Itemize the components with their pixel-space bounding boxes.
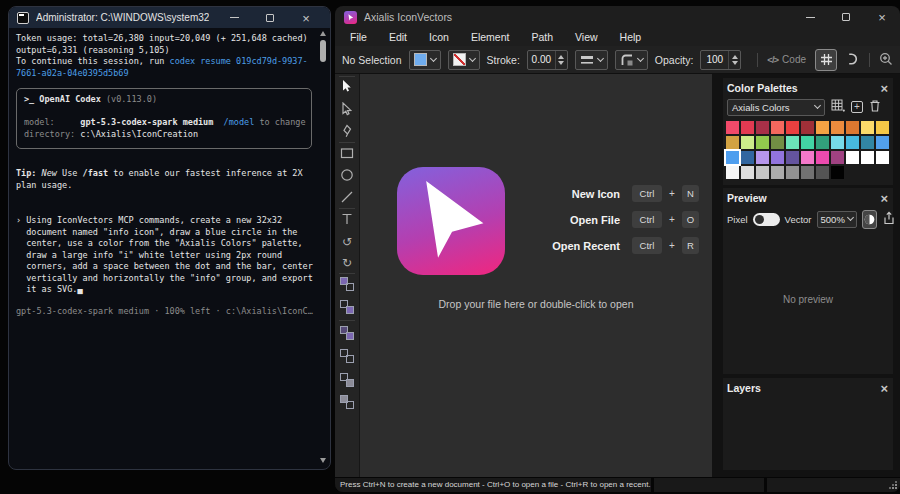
menu-item[interactable]: View [564,31,609,43]
canvas-area[interactable]: New Icon Ctrl + N Open File Ctrl + O Ope… [360,74,712,477]
palette-swatch[interactable] [741,121,754,134]
scroll-down-icon[interactable] [320,458,326,463]
line-style-dropdown[interactable] [575,50,608,70]
minimize-button[interactable] [216,7,252,28]
palette-swatch[interactable] [771,136,784,149]
maximize-button[interactable] [828,7,864,28]
close-button[interactable] [864,7,900,28]
menu-item[interactable]: Path [520,31,564,43]
palette-swatch[interactable] [876,151,889,164]
palette-swatch[interactable] [741,151,754,164]
palette-swatch[interactable] [831,136,844,149]
palette-view-button[interactable] [831,98,845,116]
palette-swatch[interactable] [846,121,859,134]
palette-swatch[interactable] [771,121,784,134]
palette-swatch[interactable] [801,136,814,149]
menu-item[interactable]: Edit [378,31,418,43]
palette-swatch[interactable] [831,121,844,134]
stroke-width-spinner[interactable]: 0.00 [527,50,568,70]
tool-path-subtract[interactable] [340,300,354,314]
palette-swatch[interactable] [756,136,769,149]
palette-swatch[interactable] [846,136,859,149]
tool-pen[interactable] [340,124,354,138]
close-button[interactable] [288,7,324,28]
zoom-in-button[interactable] [879,52,893,68]
close-icon[interactable] [880,192,888,205]
palette-swatch[interactable] [771,151,784,164]
palette-swatch[interactable] [786,121,799,134]
tool-redo[interactable] [342,253,352,271]
add-palette-icon[interactable] [851,101,863,113]
palette-swatch[interactable] [861,121,874,134]
palette-swatch[interactable] [801,166,814,179]
palette-swatch[interactable] [741,166,754,179]
scrollbar-thumb[interactable] [320,40,326,62]
tool-direct-select[interactable] [340,102,354,116]
tool-undo[interactable] [342,232,352,250]
menu-item[interactable]: Icon [418,31,460,43]
tool-send-backward[interactable] [340,395,354,409]
terminal-scrollbar[interactable] [319,31,327,463]
delete-palette-button[interactable] [869,98,881,116]
palette-swatch[interactable] [741,136,754,149]
palette-swatch[interactable] [756,151,769,164]
palette-swatch[interactable] [816,166,829,179]
menu-item[interactable]: File [339,31,378,43]
palette-select[interactable]: Axialis Colors [727,99,825,116]
close-icon[interactable] [880,82,888,95]
arrow-up-icon[interactable] [732,55,738,59]
palette-swatch[interactable] [726,136,739,149]
tool-bring-forward[interactable] [340,373,354,387]
terminal-body[interactable]: Token usage: total=26,380 input=20,049 (… [9,28,330,469]
palette-swatch[interactable] [831,166,844,179]
palette-swatch[interactable] [726,166,739,179]
palette-swatch[interactable] [786,151,799,164]
close-icon[interactable] [880,382,888,395]
palette-swatch[interactable] [726,121,739,134]
palette-swatch[interactable] [846,151,859,164]
iconvectors-titlebar[interactable]: Axialis IconVectors [335,6,900,28]
palette-swatch[interactable] [786,166,799,179]
tool-rectangle[interactable] [340,146,354,160]
tool-line[interactable] [340,190,354,204]
tool-path-exclude[interactable] [340,349,354,363]
spinner-arrows[interactable] [728,51,740,69]
corner-style-dropdown[interactable] [615,50,648,70]
arrow-down-icon[interactable] [732,61,738,65]
fill-color-dropdown[interactable] [409,50,441,70]
opacity-value[interactable]: 100 [701,51,728,69]
grid-toggle-button[interactable] [815,49,837,71]
scroll-up-icon[interactable] [320,31,326,36]
maximize-button[interactable] [252,7,288,28]
opacity-spinner[interactable]: 100 [700,50,741,70]
minimize-button[interactable] [792,7,828,28]
terminal-titlebar[interactable]: Administrator: C:\WINDOWS\system32\cmd.e… [9,7,330,28]
palette-swatch[interactable] [816,151,829,164]
snap-button[interactable] [846,52,860,68]
palette-swatch[interactable] [801,151,814,164]
menu-item[interactable]: Element [460,31,521,43]
pixel-vector-toggle[interactable] [753,213,780,226]
palette-swatch[interactable] [756,121,769,134]
palette-swatch[interactable] [861,151,874,164]
stroke-color-dropdown[interactable] [448,50,480,70]
palette-swatch[interactable] [876,136,889,149]
palette-swatch[interactable] [816,136,829,149]
palette-swatch[interactable] [786,136,799,149]
code-view-button[interactable]: </> Code [767,54,806,65]
export-preview-button[interactable] [882,211,896,227]
palette-swatch[interactable] [771,166,784,179]
palette-swatch[interactable] [876,121,889,134]
tool-select[interactable] [340,79,354,93]
arrow-down-icon[interactable] [558,61,564,65]
arrow-up-icon[interactable] [558,55,564,59]
preview-zoom-select[interactable]: 500% [817,211,857,228]
palette-swatch[interactable] [816,121,829,134]
tool-path-intersect[interactable] [340,326,354,340]
stroke-width-value[interactable]: 0.00 [528,51,555,69]
palette-swatch[interactable] [726,151,739,164]
background-contrast-button[interactable] [862,210,877,229]
tool-path-union[interactable] [340,277,354,291]
palette-swatch[interactable] [831,151,844,164]
palette-swatch[interactable] [861,136,874,149]
